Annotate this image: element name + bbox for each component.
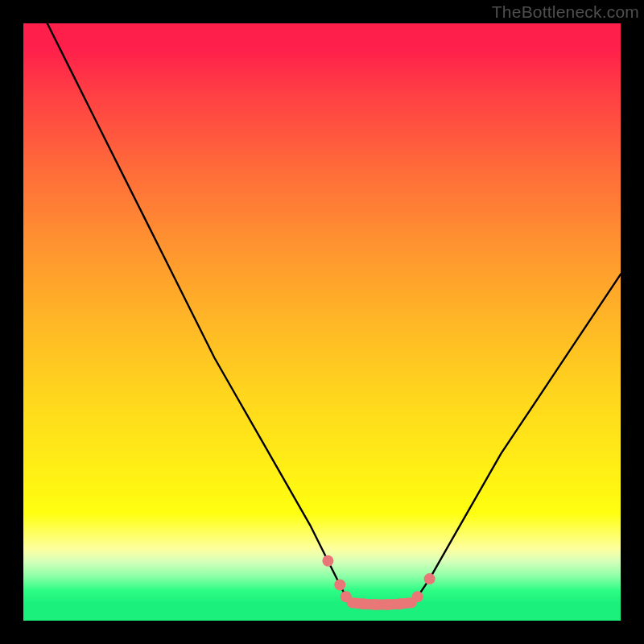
curve-path xyxy=(47,23,621,605)
curve-layer xyxy=(23,23,621,621)
curve-markers xyxy=(322,555,435,610)
curve-marker xyxy=(322,555,333,567)
curve-marker xyxy=(341,591,352,602)
plot-area xyxy=(23,23,621,621)
curve-marker xyxy=(412,591,423,602)
curve-marker xyxy=(382,599,394,610)
curve-marker xyxy=(358,598,369,609)
curve-marker xyxy=(394,598,406,609)
chart-frame: TheBottleneck.com xyxy=(0,0,644,644)
watermark-text: TheBottleneck.com xyxy=(492,2,639,22)
curve-marker xyxy=(334,580,345,591)
curve-marker xyxy=(370,599,382,610)
bottleneck-curve xyxy=(47,23,621,605)
curve-marker xyxy=(424,573,436,584)
